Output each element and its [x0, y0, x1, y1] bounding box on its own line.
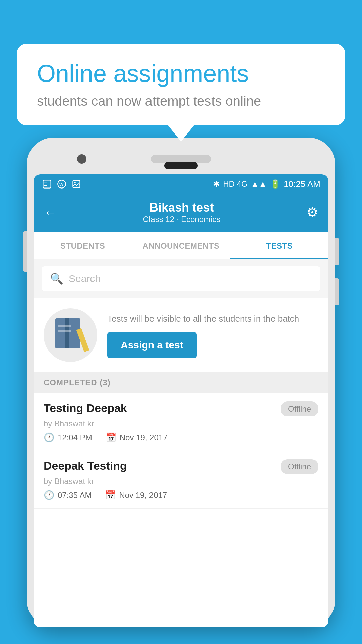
- notebook-icon: [55, 318, 85, 352]
- clock-icon: 🕐: [44, 490, 54, 500]
- test-item[interactable]: Testing Deepak Offline by Bhaswat kr 🕐 1…: [34, 393, 328, 451]
- signal-label: HD 4G: [223, 179, 247, 189]
- app-bar-title: Bikash test: [57, 201, 306, 215]
- tab-bar: STUDENTS ANNOUNCEMENTS TESTS: [34, 232, 328, 259]
- svg-point-5: [74, 182, 76, 183]
- status-bar: ☰ W ✱ HD 4G ▲▲ 🔋 10:25 AM: [34, 174, 328, 194]
- clock-icon: 🕐: [44, 432, 54, 443]
- phone-top: [34, 144, 328, 174]
- test-date: 📅 Nov 19, 2017: [105, 490, 167, 500]
- assign-test-button[interactable]: Assign a test: [107, 332, 197, 358]
- signal-bars: ▲▲: [251, 179, 267, 189]
- phone-outer: ☰ W ✱ HD 4G ▲▲ 🔋 10:25 AM ← Bikash test …: [27, 138, 335, 627]
- phone-frame: ☰ W ✱ HD 4G ▲▲ 🔋 10:25 AM ← Bikash test …: [27, 138, 335, 644]
- test-item-top: Deepak Testing Offline: [44, 459, 318, 474]
- assign-section: Tests will be visible to all the student…: [34, 298, 328, 372]
- test-item[interactable]: Deepak Testing Offline by Bhaswat kr 🕐 0…: [34, 451, 328, 509]
- test-time-value: 07:35 AM: [58, 491, 92, 500]
- bluetooth-icon: ✱: [213, 179, 220, 189]
- bubble-title: Online assignments: [37, 60, 325, 87]
- assign-icon-wrap: [44, 308, 97, 362]
- calendar-icon: 📅: [105, 490, 116, 500]
- status-icons: ☰ W: [42, 179, 82, 189]
- assign-info-text: Tests will be visible to all the student…: [107, 312, 318, 325]
- app-bar: ← Bikash test Class 12 · Economics ⚙: [34, 194, 328, 232]
- app-bar-center: Bikash test Class 12 · Economics: [57, 201, 306, 224]
- settings-button[interactable]: ⚙: [306, 205, 318, 220]
- camera: [77, 154, 86, 164]
- phone-screen: ☰ W ✱ HD 4G ▲▲ 🔋 10:25 AM ← Bikash test …: [34, 174, 328, 627]
- search-box[interactable]: 🔍 Search: [42, 266, 320, 291]
- notebook-spiral: [65, 318, 69, 348]
- search-area: 🔍 Search: [34, 259, 328, 298]
- search-icon: 🔍: [50, 272, 63, 285]
- test-meta: 🕐 12:04 PM 📅 Nov 19, 2017: [44, 432, 318, 443]
- test-name: Deepak Testing: [44, 459, 127, 472]
- app-bar-subtitle: Class 12 · Economics: [57, 215, 306, 224]
- notification-icon: ☰: [42, 179, 52, 189]
- offline-badge: Offline: [281, 459, 318, 474]
- earpiece: [164, 162, 198, 169]
- svg-text:☰: ☰: [44, 182, 48, 186]
- completed-header: COMPLETED (3): [34, 372, 328, 393]
- back-button[interactable]: ←: [44, 205, 57, 220]
- speech-bubble: Online assignments students can now atte…: [17, 44, 345, 125]
- battery-icon: 🔋: [270, 179, 280, 189]
- test-date-value: Nov 19, 2017: [119, 491, 167, 500]
- test-date-value: Nov 19, 2017: [120, 433, 168, 442]
- test-date: 📅 Nov 19, 2017: [106, 432, 168, 443]
- test-item-top: Testing Deepak Offline: [44, 401, 318, 416]
- test-time: 🕐 12:04 PM: [44, 432, 92, 443]
- bubble-subtitle: students can now attempt tests online: [37, 94, 325, 109]
- power-button: [335, 238, 339, 265]
- volume-button: [23, 231, 27, 272]
- tab-announcements[interactable]: ANNOUNCEMENTS: [132, 232, 230, 259]
- test-time: 🕐 07:35 AM: [44, 490, 92, 500]
- test-name: Testing Deepak: [44, 401, 127, 415]
- test-by: by Bhaswat kr: [44, 477, 318, 486]
- test-time-value: 12:04 PM: [58, 433, 92, 442]
- calendar-icon: 📅: [106, 432, 116, 443]
- status-right: ✱ HD 4G ▲▲ 🔋 10:25 AM: [213, 179, 320, 190]
- tab-tests[interactable]: TESTS: [230, 232, 328, 259]
- test-by: by Bhaswat kr: [44, 419, 318, 428]
- search-input[interactable]: Search: [69, 273, 101, 284]
- volume-down-button: [335, 278, 339, 305]
- tab-students[interactable]: STUDENTS: [34, 232, 132, 259]
- svg-text:W: W: [59, 182, 64, 187]
- image-icon: [71, 179, 82, 189]
- status-time: 10:25 AM: [284, 179, 320, 190]
- notebook-line1: [58, 325, 71, 327]
- assign-right: Tests will be visible to all the student…: [107, 312, 318, 358]
- whatsapp-icon: W: [56, 179, 67, 189]
- notebook-line2: [58, 330, 71, 332]
- offline-badge: Offline: [281, 401, 318, 416]
- test-meta: 🕐 07:35 AM 📅 Nov 19, 2017: [44, 490, 318, 500]
